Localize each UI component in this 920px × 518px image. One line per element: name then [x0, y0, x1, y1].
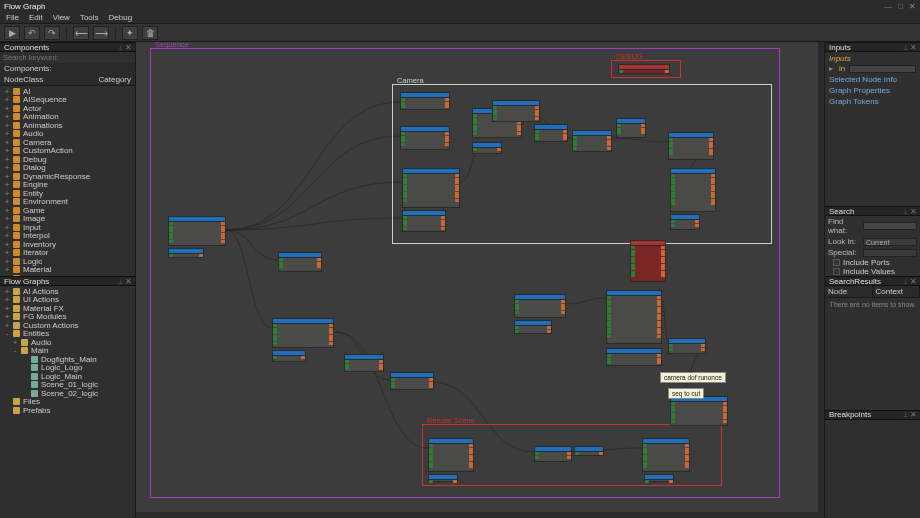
graph-node[interactable] — [400, 92, 450, 110]
graph-node[interactable] — [472, 142, 502, 154]
graph-node[interactable] — [606, 290, 662, 344]
link-selected-node[interactable]: Selected Node Info — [829, 75, 916, 84]
flowgraph-item[interactable]: Logic_Main — [0, 372, 135, 381]
component-item[interactable]: +Camera — [0, 138, 135, 147]
results-col-node[interactable]: Node — [825, 286, 873, 297]
close-panel-icon[interactable]: ✕ — [910, 43, 917, 52]
component-item[interactable]: +Material — [0, 266, 135, 275]
graph-node[interactable] — [642, 438, 690, 472]
graph-node[interactable] — [272, 350, 306, 362]
component-item[interactable]: +Animations — [0, 121, 135, 130]
flowgraph-item[interactable]: +Custom Actions — [0, 321, 135, 330]
component-item[interactable]: +Interpol — [0, 232, 135, 241]
graph-node[interactable] — [514, 294, 566, 318]
component-item[interactable]: +Image — [0, 215, 135, 224]
close-panel-icon[interactable]: ✕ — [910, 410, 917, 419]
graph-node[interactable] — [168, 248, 204, 258]
flowgraph-item[interactable]: Prefabs — [0, 406, 135, 415]
flowgraph-item[interactable]: +Material FX — [0, 304, 135, 313]
component-item[interactable]: +Debug — [0, 155, 135, 164]
graph-node[interactable] — [668, 132, 714, 160]
trash-icon[interactable]: 🗑 — [142, 26, 158, 40]
search-input[interactable] — [3, 53, 132, 62]
canvas-scrollbar-h[interactable] — [136, 512, 824, 518]
play-icon[interactable]: ▶ — [4, 26, 20, 40]
graph-node[interactable] — [670, 168, 716, 212]
look-in-select[interactable]: Current — [863, 238, 917, 246]
graph-node[interactable] — [630, 240, 666, 282]
graph-canvas[interactable]: SequenceDEBUGCameraRender Scenecamera do… — [136, 42, 824, 518]
graph-node[interactable] — [618, 64, 670, 74]
special-select[interactable] — [863, 249, 917, 257]
components-panel-header[interactable]: Components ⟂✕ — [0, 42, 135, 52]
results-panel-header[interactable]: SearchResults ⟂✕ — [825, 276, 920, 286]
breakpoints-panel-header[interactable]: Breakpoints ⟂✕ — [825, 410, 920, 420]
link-graph-tokens[interactable]: Graph Tokens — [829, 97, 916, 106]
maximize-icon[interactable]: □ — [898, 2, 903, 11]
component-item[interactable]: +CustomAction — [0, 147, 135, 156]
flowgraph-item[interactable]: +UI Actions — [0, 296, 135, 305]
search-panel-header[interactable]: Search ⟂✕ — [825, 206, 920, 216]
close-panel-icon[interactable]: ✕ — [910, 207, 917, 216]
input-value-field[interactable] — [849, 65, 916, 73]
menu-tools[interactable]: Tools — [80, 13, 99, 22]
graph-node[interactable] — [168, 216, 226, 246]
graph-node[interactable] — [606, 348, 662, 366]
menu-debug[interactable]: Debug — [109, 13, 133, 22]
flowgraph-item[interactable]: +FG Modules — [0, 313, 135, 322]
pin-icon[interactable]: ⟂ — [903, 207, 908, 216]
graph-node[interactable] — [534, 124, 568, 142]
graph-node[interactable] — [278, 252, 322, 272]
flowgraph-item[interactable]: Scene_01_logic — [0, 381, 135, 390]
graph-node[interactable] — [402, 168, 460, 208]
close-icon[interactable]: ✕ — [909, 2, 916, 11]
graph-node[interactable] — [428, 438, 474, 472]
flowgraph-item[interactable]: Logic_Logo — [0, 364, 135, 373]
flowgraph-item[interactable]: Dogfights_Main — [0, 355, 135, 364]
pin-icon[interactable]: ⟂ — [118, 43, 123, 52]
graph-node[interactable] — [670, 396, 728, 426]
graph-node[interactable] — [428, 474, 458, 482]
graph-node[interactable] — [616, 118, 646, 138]
pin-icon[interactable]: ⟂ — [903, 277, 908, 286]
component-item[interactable]: +Game — [0, 206, 135, 215]
minimize-icon[interactable]: — — [884, 2, 892, 11]
undo-icon[interactable]: ↶ — [24, 26, 40, 40]
close-panel-icon[interactable]: ✕ — [910, 277, 917, 286]
component-item[interactable]: +Engine — [0, 181, 135, 190]
graph-node[interactable] — [572, 130, 612, 152]
component-item[interactable]: +Entity — [0, 189, 135, 198]
graph-node[interactable] — [644, 474, 674, 482]
include-values-checkbox[interactable] — [833, 268, 840, 275]
canvas-scrollbar-v[interactable] — [818, 42, 824, 512]
link-graph-properties[interactable]: Graph Properties — [829, 86, 916, 95]
col-category[interactable]: Category — [99, 75, 131, 84]
component-item[interactable]: +AI — [0, 87, 135, 96]
wand-icon[interactable]: ✦ — [122, 26, 138, 40]
component-item[interactable]: +Iterator — [0, 249, 135, 258]
menu-view[interactable]: View — [53, 13, 70, 22]
graph-node[interactable] — [400, 126, 450, 150]
flowgraph-item[interactable]: Files — [0, 398, 135, 407]
flowgraphs-tree[interactable]: +AI Actions+UI Actions+Material FX+FG Mo… — [0, 286, 135, 518]
graph-node[interactable] — [492, 100, 540, 122]
close-panel-icon[interactable]: ✕ — [125, 277, 132, 286]
pin-icon[interactable]: ⟂ — [903, 43, 908, 52]
graph-node[interactable] — [574, 446, 604, 456]
graph-node[interactable] — [668, 338, 706, 354]
flowgraph-item[interactable]: Scene_02_logic — [0, 389, 135, 398]
component-item[interactable]: +Audio — [0, 130, 135, 139]
nav-back-icon[interactable]: ⟵ — [73, 26, 89, 40]
component-item[interactable]: +Logic — [0, 257, 135, 266]
nav-fwd-icon[interactable]: ⟶ — [93, 26, 109, 40]
close-panel-icon[interactable]: ✕ — [125, 43, 132, 52]
component-item[interactable]: +Animation — [0, 113, 135, 122]
col-nodeclass[interactable]: NodeClass — [4, 75, 43, 84]
component-item[interactable]: +Actor — [0, 104, 135, 113]
pin-icon[interactable]: ⟂ — [118, 277, 123, 286]
find-what-field[interactable] — [863, 222, 917, 230]
component-item[interactable]: +Dialog — [0, 164, 135, 173]
graph-node[interactable] — [272, 318, 334, 348]
flowgraph-item[interactable]: -Main — [0, 347, 135, 356]
graph-node[interactable] — [514, 320, 552, 334]
